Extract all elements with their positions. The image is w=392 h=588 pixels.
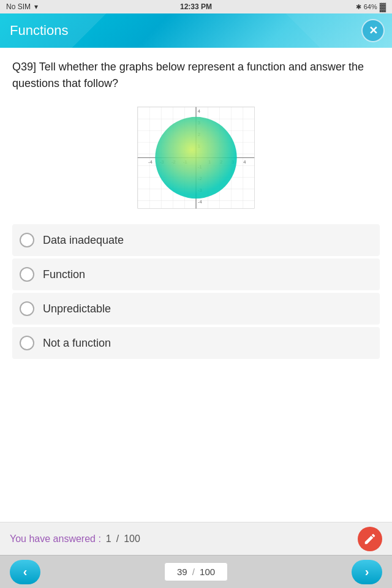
option-4[interactable]: Not a function (12, 327, 380, 359)
status-left: No SIM ▾ (6, 2, 38, 11)
total-pages: 100 (200, 567, 215, 577)
radio-3[interactable] (20, 301, 34, 316)
close-button[interactable]: ✕ (361, 19, 385, 42)
graph-container: 4 3 2 1 -1 -2 -3 -4 -4 -3 -2 -1 1 2 3 4 (12, 103, 380, 213)
header: Functions ✕ (0, 13, 392, 48)
question-text: Q39] Tell whether the graphs below repre… (12, 59, 380, 92)
current-page: 39 (177, 567, 187, 577)
option-4-label: Not a function (43, 337, 111, 350)
question-body: Tell whether the graphs below represent … (12, 61, 364, 89)
question-number: Q39] (12, 61, 36, 73)
nav-bar: ‹ 39 / 100 › (0, 555, 392, 588)
radio-2[interactable] (20, 267, 34, 282)
main-content: Q39] Tell whether the graphs below repre… (0, 48, 392, 522)
status-right: ✱ 64% ▓ (356, 2, 386, 12)
svg-point-19 (155, 117, 236, 198)
options-list: Data inadequate Function Unpredictable N… (12, 224, 380, 359)
prev-button[interactable]: ‹ (10, 560, 40, 584)
option-1[interactable]: Data inadequate (12, 224, 380, 256)
battery-label: 64% (364, 3, 377, 10)
page-indicator: 39 / 100 (164, 562, 228, 581)
status-time: 12:33 PM (180, 2, 212, 11)
svg-text:-4: -4 (198, 199, 203, 205)
radio-1[interactable] (20, 233, 34, 247)
option-1-label: Data inadequate (43, 234, 124, 247)
option-3-label: Unpredictable (43, 303, 111, 315)
wifi-icon: ▾ (34, 2, 38, 11)
option-3[interactable]: Unpredictable (12, 293, 380, 325)
edit-icon-button[interactable] (358, 527, 382, 551)
header-title: Functions (10, 23, 68, 39)
option-2[interactable]: Function (12, 258, 380, 290)
function-graph: 4 3 2 1 -1 -2 -3 -4 -4 -3 -2 -1 1 2 3 4 (135, 103, 257, 213)
answered-slash: / (116, 533, 119, 545)
answered-current: 1 (106, 533, 111, 545)
answered-total: 100 (124, 533, 140, 545)
answered-bar: You have answered : 1 / 100 (0, 522, 392, 555)
status-bar: No SIM ▾ 12:33 PM ✱ 64% ▓ (0, 0, 392, 13)
edit-icon (363, 532, 377, 546)
carrier-label: No SIM (6, 2, 31, 11)
answered-label: You have answered : (10, 533, 101, 545)
radio-4[interactable] (20, 336, 34, 350)
battery-icon: ▓ (380, 2, 386, 12)
svg-text:-4: -4 (148, 159, 153, 165)
option-2-label: Function (43, 268, 85, 281)
bluetooth-icon: ✱ (356, 3, 361, 11)
nav-slash: / (192, 567, 197, 577)
next-button[interactable]: › (352, 560, 382, 584)
